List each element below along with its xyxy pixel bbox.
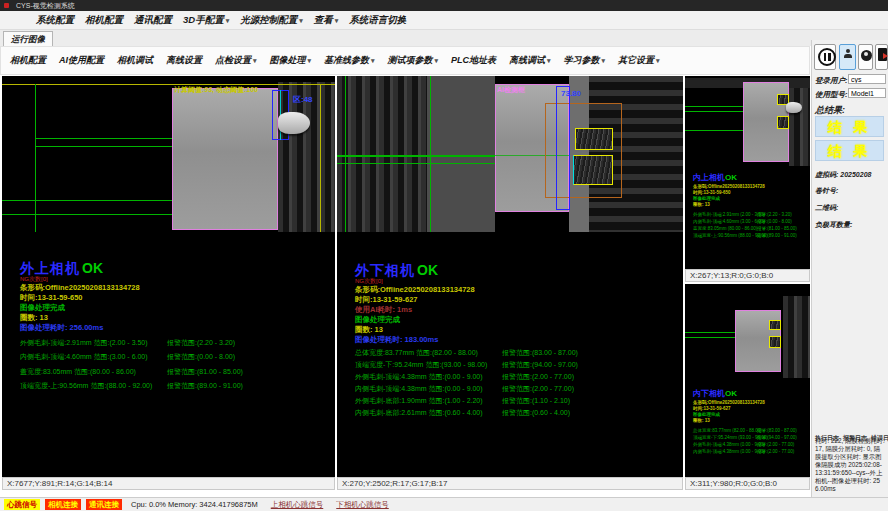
exit-button[interactable] bbox=[875, 44, 888, 70]
camera-view-outer-upper[interactable]: 计算阈值:93, 动态阈值:100 区:48 bbox=[2, 82, 335, 232]
barcode-line: 条形码:Offline20250208133134728 bbox=[355, 285, 475, 295]
tab-strip: 运行图像 bbox=[0, 30, 888, 46]
measure-roi-box bbox=[556, 86, 570, 210]
model-value[interactable] bbox=[848, 88, 886, 98]
machine-background bbox=[337, 76, 427, 232]
alarm-range: 报警:(83.00 - 87.00) bbox=[757, 428, 797, 433]
measurement-value: 总体宽度:83.77mm 范围:(82.00 - 88.00) bbox=[355, 349, 478, 356]
pause-button[interactable] bbox=[814, 44, 836, 70]
tool-camera-debug[interactable]: 相机调试 bbox=[117, 54, 153, 67]
green-guide-line bbox=[35, 146, 172, 147]
menu-camera-config[interactable]: 相机配置 bbox=[85, 14, 123, 27]
tool-image-processing[interactable]: 图像处理 bbox=[270, 54, 312, 67]
pause-icon bbox=[818, 48, 836, 66]
measurement-row: 顶端宽度-下:95.24mm 范围:(93.00 - 98.00)报警范围:(9… bbox=[355, 360, 487, 370]
tool-spot-check[interactable]: 点检设置 bbox=[215, 54, 257, 67]
product-region bbox=[172, 88, 278, 230]
neg-tab-count-label: 负极耳数量: bbox=[815, 220, 852, 230]
status-bar: 心跳信号 相机连接 通讯连接 Cpu: 0.0% Memory: 3424.41… bbox=[0, 497, 888, 511]
cycle-count-line: 圈数: 13 bbox=[355, 325, 383, 335]
tool-learning-params[interactable]: 学习参数 bbox=[564, 54, 606, 67]
cycle-count-line: 圈数: 13 bbox=[693, 418, 710, 423]
green-guide-line bbox=[685, 111, 743, 112]
green-guide-line bbox=[685, 337, 735, 338]
login-user-button[interactable] bbox=[839, 44, 856, 70]
tool-other-settings[interactable]: 其它设置 bbox=[618, 54, 660, 67]
menu-comm-config[interactable]: 通讯配置 bbox=[134, 14, 172, 27]
gripper-clip bbox=[786, 102, 802, 113]
camera-result-title: 内下相机OK bbox=[693, 388, 737, 399]
user-icon bbox=[844, 49, 852, 57]
alarm-range: 报警范围:(89.00 - 91.00) bbox=[167, 381, 243, 391]
pixel-coords-bar: X:311;Y:980;R:0;G:0;B:0 bbox=[685, 477, 810, 490]
measurement-row: 内侧毛刺-顶端:4.38mm 范围:(0.00 - 9.00)报警范围:(2.0… bbox=[355, 384, 483, 394]
exit-arrow-icon bbox=[883, 53, 888, 59]
window-title: CYS-视觉检测系统 bbox=[16, 2, 75, 9]
result-box-upper: 结 果 bbox=[815, 116, 884, 137]
tool-camera-config[interactable]: 相机配置 bbox=[10, 54, 46, 67]
menu-light-control-config[interactable]: 光源控制配置 bbox=[240, 14, 303, 27]
green-guide-line bbox=[337, 163, 497, 164]
measurement-row: 顶端宽度-上:90.56mm (88.00 - 92.00)报警:(89.00 … bbox=[693, 233, 768, 238]
camera-name: 内下相机 bbox=[693, 389, 725, 398]
measurement-value: 外侧毛刺-顶端:2.91mm 范围:(2.00 - 3.50) bbox=[20, 339, 148, 346]
time-line: 时间:13-31-59-627 bbox=[693, 406, 731, 411]
measurement-row: 总体宽度:83.77mm 范围:(82.00 - 88.00)报警范围:(83.… bbox=[355, 348, 478, 358]
camera-view-inner-lower[interactable] bbox=[685, 296, 810, 378]
green-guide-line bbox=[685, 130, 743, 131]
operator-icon bbox=[861, 50, 872, 61]
camera-name: 外下相机 bbox=[355, 262, 415, 278]
camera-view-inner-upper[interactable] bbox=[685, 78, 810, 166]
measurement-row: 盖宽度:83.05mm (80.00 - 86.00)报警:(81.00 - 8… bbox=[693, 226, 757, 231]
tab-run-image[interactable]: 运行图像 bbox=[3, 31, 53, 46]
menu-language-switch[interactable]: 系统语言切换 bbox=[349, 14, 406, 27]
login-user-value[interactable] bbox=[848, 74, 886, 84]
upper-camera-heartbeat-link[interactable]: 上相机心跳信号 bbox=[271, 500, 324, 510]
measurement-value: 总体宽度:83.77mm (82.00 - 88.00) bbox=[693, 428, 762, 433]
barcode-line: 条形码:Offline20250208133134728 bbox=[693, 400, 765, 405]
green-guide-line bbox=[337, 155, 497, 157]
measurement-row: 外侧毛刺-底部:1.90mm 范围:(1.00 - 2.20)报警范围:(1.1… bbox=[355, 396, 483, 406]
tool-offline-debug[interactable]: 离线调试 bbox=[509, 54, 551, 67]
measurement-row: 外侧毛刺-顶端:2.91mm 范围:(2.00 - 3.50)报警范围:(2.2… bbox=[20, 338, 148, 348]
measurement-value: 内侧毛刺-顶端:4.60mm 范围:(3.00 - 6.00) bbox=[20, 353, 148, 360]
measurement-row: 盖宽度:83.05mm 范围:(80.00 - 86.00)报警范围:(81.0… bbox=[20, 367, 136, 377]
green-guide-line bbox=[685, 332, 735, 333]
green-guide-line bbox=[685, 106, 743, 107]
alarm-range: 报警:(0.00 - 8.00) bbox=[757, 219, 792, 224]
tool-test-item-params[interactable]: 测试项参数 bbox=[388, 54, 439, 67]
log-text: 耗时: 222, 隔膜检测耗时: 17, 隔膜分层耗时: 0, 隔膜提取分区耗时… bbox=[815, 437, 885, 493]
alarm-range: 报警范围:(0.60 - 4.00) bbox=[502, 408, 570, 418]
measurement-value: 顶端宽度-下:95.24mm 范围:(93.00 - 98.00) bbox=[355, 361, 487, 368]
measurement-row: 总体宽度:83.77mm (82.00 - 88.00)报警:(83.00 - … bbox=[693, 428, 762, 433]
menu-system-config[interactable]: 系统配置 bbox=[36, 14, 74, 27]
barcode-line: 条形码:Offline20250208133134728 bbox=[20, 283, 140, 293]
lower-camera-heartbeat-link[interactable]: 下相机心跳信号 bbox=[336, 500, 389, 510]
measurement-row: 内侧毛刺-顶端:4.60mm (3.00 - 6.00)报警:(0.00 - 8… bbox=[693, 219, 765, 224]
measurement-row: 顶端宽度-上:90.56mm 范围:(88.00 - 92.00)报警范围:(8… bbox=[20, 381, 152, 391]
tab-detect-box bbox=[575, 128, 613, 150]
green-guide-line bbox=[430, 76, 431, 232]
measurement-value: 内侧毛刺-底部:2.61mm 范围:(0.60 - 4.00) bbox=[355, 409, 483, 416]
tab-detect-box bbox=[777, 116, 789, 129]
panel-camera-inner-upper: 内上相机OK 条形码:Offline20250208133134728 时间:1… bbox=[685, 76, 810, 269]
measurement-row: 内侧毛刺-底部:2.61mm 范围:(0.60 - 4.00)报警范围:(0.6… bbox=[355, 408, 483, 418]
tab-detect-box bbox=[769, 336, 781, 348]
menu-view[interactable]: 查看 bbox=[314, 14, 339, 27]
measurement-value: 内侧毛刺-顶端:4.38mm 范围:(0.00 - 9.00) bbox=[355, 385, 483, 392]
process-status-line: 图像处理完成 bbox=[355, 315, 400, 325]
gripper-clip bbox=[278, 112, 310, 134]
menu-3d-hand-config[interactable]: 3D手配置 bbox=[183, 14, 229, 27]
measurement-value: 内侧毛刺-顶端:4.38mm (0.00 - 9.00) bbox=[693, 449, 765, 454]
tool-baseline-params[interactable]: 基准线参数 bbox=[324, 54, 375, 67]
alarm-range: 报警范围:(0.00 - 8.00) bbox=[167, 352, 235, 362]
tool-ai-usage-config[interactable]: AI使用配置 bbox=[59, 54, 104, 67]
result-box-lower: 结 果 bbox=[815, 140, 884, 161]
camera-view-outer-lower[interactable]: AI检测框 73.80 bbox=[337, 76, 683, 232]
panel-camera-outer-lower: AI检测框 73.80 外下相机OK NG次数[0] 条形码:Offline20… bbox=[337, 76, 683, 477]
tool-offline-settings[interactable]: 离线设置 bbox=[166, 54, 202, 67]
operator-button[interactable] bbox=[858, 44, 873, 70]
measurement-value: 外侧毛刺-底部:1.90mm 范围:(1.00 - 2.20) bbox=[355, 397, 483, 404]
tool-plc-address-table[interactable]: PLC地址表 bbox=[451, 54, 496, 67]
camera-connect-badge: 相机连接 bbox=[45, 499, 81, 510]
